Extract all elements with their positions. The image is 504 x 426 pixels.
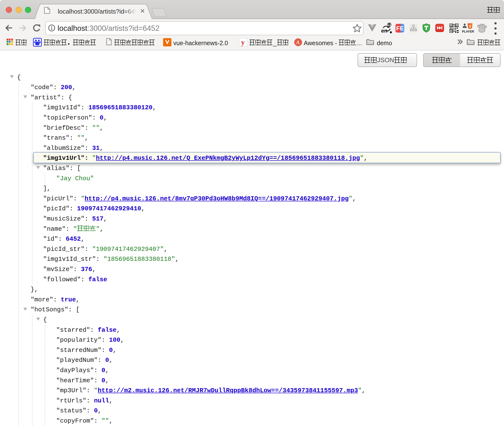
svg-text:5: 5 [469, 24, 471, 28]
svg-text:y: y [241, 38, 245, 46]
svg-text:A: A [295, 39, 300, 45]
svg-text:F: F [396, 25, 400, 32]
svg-text:PLAYER: PLAYER [462, 30, 474, 33]
svg-text:E: E [400, 25, 404, 32]
